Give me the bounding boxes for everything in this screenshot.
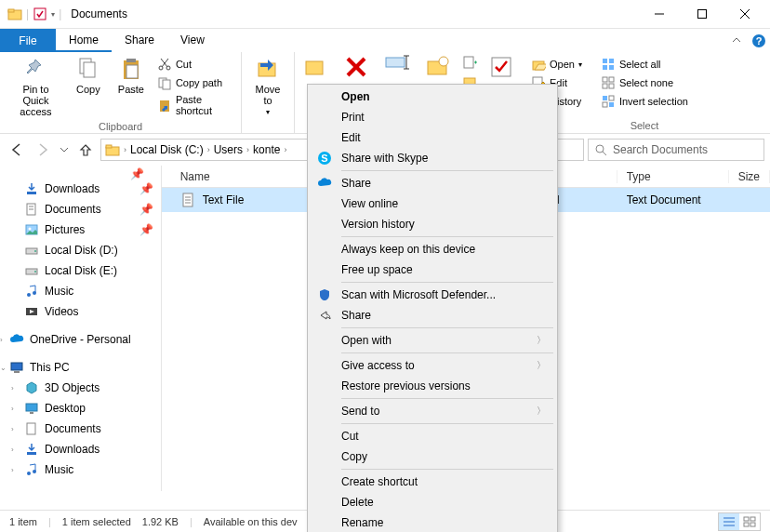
nav-downloads-2[interactable]: › Downloads bbox=[0, 439, 161, 459]
ctx-restore-previous[interactable]: Restore previous versions bbox=[310, 376, 555, 396]
paste-button[interactable]: Paste bbox=[111, 54, 152, 97]
svg-rect-44 bbox=[609, 84, 614, 88]
ctx-send-to[interactable]: Send to 〉 bbox=[310, 401, 555, 421]
svg-point-30 bbox=[439, 57, 448, 66]
chevron-right-icon[interactable]: › bbox=[245, 145, 251, 154]
ctx-free-up[interactable]: Free up space bbox=[310, 259, 555, 280]
maximize-button[interactable] bbox=[681, 0, 724, 28]
select-all-button[interactable]: Select all bbox=[599, 56, 690, 73]
qat-separator: | bbox=[26, 7, 29, 20]
close-button[interactable] bbox=[724, 0, 766, 28]
context-menu: Open Print Edit S Share with Skype Share… bbox=[307, 84, 558, 532]
pin-icon bbox=[22, 56, 48, 82]
chevron-right-icon[interactable]: › bbox=[11, 466, 14, 474]
svg-rect-84 bbox=[750, 523, 755, 526]
breadcrumb-segment[interactable]: Local Disk (C:) bbox=[130, 143, 204, 156]
chevron-right-icon[interactable]: › bbox=[11, 446, 14, 454]
move-to-button[interactable]: Move to ▾ bbox=[247, 54, 288, 118]
3d-objects-icon bbox=[24, 380, 39, 395]
pin-to-quick-access-button[interactable]: Pin to Quick access bbox=[6, 54, 66, 119]
column-type[interactable]: Type bbox=[617, 170, 729, 183]
qat-dropdown-icon[interactable]: ▾ bbox=[51, 10, 55, 19]
chevron-right-icon[interactable]: › bbox=[11, 384, 14, 392]
nav-documents-2[interactable]: › Documents bbox=[0, 419, 161, 439]
nav-documents[interactable]: Documents 📌 bbox=[0, 199, 161, 219]
ctx-share-onedrive[interactable]: Share bbox=[310, 173, 555, 193]
nav-music[interactable]: Music bbox=[0, 281, 161, 301]
open-button[interactable]: Open ▾ bbox=[529, 56, 584, 73]
chevron-right-icon[interactable]: › bbox=[282, 145, 288, 154]
chevron-right-icon[interactable]: › bbox=[122, 145, 128, 154]
svg-rect-1 bbox=[8, 9, 14, 12]
ctx-view-online[interactable]: View online bbox=[310, 193, 555, 214]
help-icon[interactable]: ? bbox=[748, 29, 770, 52]
svg-line-16 bbox=[162, 59, 168, 67]
ctx-share-skype[interactable]: S Share with Skype bbox=[310, 148, 555, 168]
ctx-open[interactable]: Open bbox=[310, 86, 555, 107]
nav-music-2[interactable]: › Music bbox=[0, 459, 161, 480]
ctx-rename[interactable]: Rename bbox=[310, 512, 555, 532]
column-size[interactable]: Size bbox=[729, 170, 770, 183]
svg-rect-82 bbox=[750, 517, 755, 521]
ctx-cut[interactable]: Cut bbox=[310, 426, 555, 446]
svg-rect-4 bbox=[698, 10, 707, 19]
nav-pictures[interactable]: Pictures 📌 bbox=[0, 219, 161, 240]
nav-onedrive[interactable]: › OneDrive - Personal bbox=[0, 329, 161, 350]
invert-selection-button[interactable]: Invert selection bbox=[599, 93, 690, 110]
search-input[interactable]: Search Documents bbox=[588, 139, 764, 161]
cut-button[interactable]: Cut bbox=[155, 56, 233, 73]
ctx-share[interactable]: Share bbox=[310, 305, 555, 326]
select-none-button[interactable]: Select none bbox=[599, 74, 690, 91]
details-view-button[interactable] bbox=[719, 513, 739, 530]
ctx-print[interactable]: Print bbox=[310, 107, 555, 127]
new-item-button[interactable] bbox=[460, 54, 479, 71]
breadcrumb-segment[interactable]: konte bbox=[253, 143, 280, 156]
nav-local-disk-d[interactable]: Local Disk (D:) bbox=[0, 240, 161, 260]
svg-rect-39 bbox=[603, 65, 607, 70]
chevron-right-icon[interactable]: › bbox=[206, 145, 212, 154]
svg-rect-41 bbox=[603, 77, 607, 82]
new-folder-icon bbox=[425, 54, 451, 80]
nav-3d-objects[interactable]: › 3D Objects bbox=[0, 378, 161, 398]
ctx-scan-defender[interactable]: Scan with Microsoft Defender... bbox=[310, 285, 555, 305]
chevron-right-icon[interactable]: › bbox=[11, 425, 14, 433]
ctx-give-access[interactable]: Give access to 〉 bbox=[310, 355, 555, 376]
nav-desktop[interactable]: › Desktop bbox=[0, 398, 161, 419]
copy-button[interactable]: Copy bbox=[68, 54, 109, 97]
documents-icon bbox=[24, 202, 39, 217]
forward-button[interactable] bbox=[32, 139, 54, 161]
recent-locations-button[interactable] bbox=[58, 139, 71, 161]
tab-file[interactable]: File bbox=[0, 29, 56, 52]
qat-properties-icon[interactable] bbox=[33, 7, 47, 21]
ctx-always-keep[interactable]: Always keep on this device bbox=[310, 239, 555, 259]
ctx-open-with[interactable]: Open with 〉 bbox=[310, 330, 555, 351]
svg-point-72 bbox=[27, 472, 31, 475]
ctx-delete[interactable]: Delete bbox=[310, 492, 555, 512]
ctx-edit[interactable]: Edit bbox=[310, 127, 555, 148]
minimize-button[interactable] bbox=[638, 0, 681, 28]
breadcrumb-segment[interactable]: Users bbox=[214, 143, 243, 156]
ctx-version-history[interactable]: Version history bbox=[310, 214, 555, 234]
paste-shortcut-button[interactable]: Paste shortcut bbox=[155, 93, 233, 117]
tab-view[interactable]: View bbox=[167, 29, 218, 52]
nav-videos[interactable]: Videos bbox=[0, 301, 161, 322]
chevron-right-icon[interactable]: › bbox=[0, 336, 3, 344]
ctx-copy[interactable]: Copy bbox=[310, 446, 555, 467]
svg-rect-10 bbox=[84, 62, 95, 77]
copy-path-button[interactable]: Copy path bbox=[155, 74, 233, 91]
quick-access-pin-icon: 📌 bbox=[0, 169, 161, 179]
nav-this-pc[interactable]: ⌄ This PC bbox=[0, 357, 161, 378]
ctx-create-shortcut[interactable]: Create shortcut bbox=[310, 472, 555, 492]
tab-home[interactable]: Home bbox=[56, 29, 112, 52]
paste-shortcut-icon bbox=[157, 98, 172, 113]
back-button[interactable] bbox=[6, 139, 28, 161]
tab-share[interactable]: Share bbox=[112, 29, 167, 52]
chevron-down-icon[interactable]: ⌄ bbox=[0, 364, 7, 372]
up-button[interactable] bbox=[74, 139, 97, 161]
thumbnails-view-button[interactable] bbox=[739, 513, 760, 530]
nav-downloads[interactable]: Downloads 📌 bbox=[0, 179, 161, 199]
chevron-right-icon[interactable]: › bbox=[11, 405, 14, 413]
rename-icon bbox=[384, 54, 410, 71]
ribbon-minimize-icon[interactable] bbox=[725, 29, 748, 52]
nav-local-disk-e[interactable]: Local Disk (E:) bbox=[0, 260, 161, 281]
